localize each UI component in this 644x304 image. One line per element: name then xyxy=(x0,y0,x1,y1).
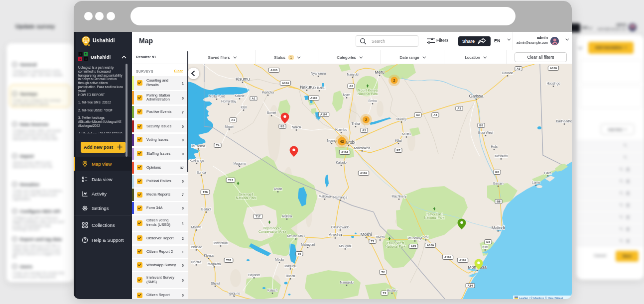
svg-text:Garissa: Garissa xyxy=(469,94,484,99)
svg-text:Bunda: Bunda xyxy=(197,171,206,174)
svg-text:Wundanyi: Wundanyi xyxy=(408,236,422,240)
svg-text:Mto wa Mbu: Mto wa Mbu xyxy=(287,234,304,238)
svg-text:A109: A109 xyxy=(360,172,368,175)
svg-text:A104: A104 xyxy=(310,97,318,100)
svg-text:Nyeri: Nyeri xyxy=(343,93,351,97)
svg-text:B7: B7 xyxy=(396,149,400,152)
svg-text:Kitui: Kitui xyxy=(395,138,402,143)
svg-text:Mwanhuzi: Mwanhuzi xyxy=(214,241,229,245)
svg-text:Kericho: Kericho xyxy=(262,90,274,95)
svg-text:Kilifi: Kilifi xyxy=(482,245,488,249)
svg-text:Taveta: Taveta xyxy=(376,235,385,239)
svg-text:Leaflet | © Mapbox © OpenStree: Leaflet | © Mapbox © OpenStreet xyxy=(519,297,563,299)
svg-text:Ol Kalou: Ol Kalou xyxy=(313,86,326,90)
svg-text:T17: T17 xyxy=(228,179,233,182)
svg-text:Moshi: Moshi xyxy=(361,232,372,237)
svg-text:A3: A3 xyxy=(362,129,366,132)
svg-text:Kajiado: Kajiado xyxy=(336,161,347,165)
svg-text:Kisesa: Kisesa xyxy=(204,254,214,257)
svg-text:Faza: Faza xyxy=(544,171,552,175)
svg-text:Garsen: Garsen xyxy=(493,182,504,185)
svg-text:A3: A3 xyxy=(516,67,520,70)
svg-text:Mairowa: Mairowa xyxy=(319,195,331,198)
svg-text:Dadaab: Dadaab xyxy=(502,71,514,75)
svg-text:Olkung'wado: Olkung'wado xyxy=(331,225,350,229)
svg-text:Meru: Meru xyxy=(375,70,385,75)
svg-text:Hoosingo: Hoosingo xyxy=(546,82,560,86)
svg-text:Thika: Thika xyxy=(351,121,360,126)
svg-text:A109: A109 xyxy=(459,259,467,262)
svg-text:Ngofila: Ngofila xyxy=(191,260,201,264)
svg-text:T2: T2 xyxy=(371,240,375,243)
svg-text:Mbuguni: Mbuguni xyxy=(339,244,352,248)
svg-text:Namanga: Namanga xyxy=(333,196,347,200)
svg-text:A109: A109 xyxy=(444,256,452,259)
svg-text:Mutitu: Mutitu xyxy=(402,132,411,136)
svg-text:Migori: Migori xyxy=(225,125,234,129)
svg-text:A104: A104 xyxy=(320,113,328,116)
svg-text:Mhunze: Mhunze xyxy=(191,245,202,249)
svg-text:A3: A3 xyxy=(457,107,461,110)
svg-text:43: 43 xyxy=(340,140,344,143)
svg-text:Magugu: Magugu xyxy=(284,264,296,268)
svg-text:B8: B8 xyxy=(495,171,499,174)
svg-text:National Park: National Park xyxy=(424,216,445,219)
svg-text:Malindi: Malindi xyxy=(492,225,505,230)
svg-text:A2: A2 xyxy=(349,85,353,88)
svg-text:Nanyuki: Nanyuki xyxy=(347,73,359,77)
svg-text:B8: B8 xyxy=(486,240,490,243)
svg-text:Masalani: Masalani xyxy=(495,154,508,158)
svg-text:Nakuru: Nakuru xyxy=(300,85,314,90)
svg-text:T2: T2 xyxy=(382,271,385,274)
svg-text:T37: T37 xyxy=(226,259,231,262)
svg-text:National Park: National Park xyxy=(236,196,257,200)
svg-text:Makuyuni: Makuyuni xyxy=(301,243,315,247)
svg-text:Babati: Babati xyxy=(286,274,295,278)
svg-text:Arash: Arash xyxy=(274,187,282,191)
svg-text:National Park: National Park xyxy=(358,92,378,96)
svg-text:Mwingi: Mwingi xyxy=(396,117,407,121)
svg-text:Hedaru: Hedaru xyxy=(386,289,397,292)
svg-text:Maswa: Maswa xyxy=(191,225,202,229)
svg-text:Homa Bay: Homa Bay xyxy=(221,100,237,103)
svg-text:Hola: Hola xyxy=(491,145,498,148)
svg-text:Machinery: Machinery xyxy=(391,195,406,199)
svg-text:Magalata: Magalata xyxy=(208,262,221,266)
svg-text:2: 2 xyxy=(365,118,367,121)
svg-text:Haydom: Haydom xyxy=(248,273,260,277)
svg-text:B8: B8 xyxy=(479,124,483,127)
svg-text:Embu: Embu xyxy=(369,99,377,102)
svg-text:Shelui: Shelui xyxy=(211,282,220,285)
svg-text:Nyahururu: Nyahururu xyxy=(311,72,326,76)
svg-text:A109: A109 xyxy=(427,244,434,247)
svg-text:A1: A1 xyxy=(231,118,235,121)
svg-text:Conservation Area: Conservation Area xyxy=(258,230,286,233)
svg-text:A109: A109 xyxy=(550,67,557,70)
svg-text:Kisii: Kisii xyxy=(241,105,247,109)
svg-text:A104: A104 xyxy=(282,82,289,85)
svg-text:Musoma: Musoma xyxy=(191,144,206,148)
svg-text:B8: B8 xyxy=(497,200,501,203)
svg-text:T17: T17 xyxy=(256,215,260,218)
svg-text:Mbulu: Mbulu xyxy=(275,258,284,261)
svg-text:2: 2 xyxy=(393,79,395,82)
svg-text:A3: A3 xyxy=(416,113,420,116)
svg-text:Kosele: Kosele xyxy=(235,94,245,98)
svg-text:Kiambu: Kiambu xyxy=(335,127,347,132)
svg-text:Mbita Point: Mbita Point xyxy=(209,95,225,98)
svg-text:National Park: National Park xyxy=(386,245,406,248)
svg-text:A106: A106 xyxy=(270,69,278,72)
svg-text:Kisumu: Kisumu xyxy=(236,77,250,82)
svg-text:Lamu: Lamu xyxy=(532,181,540,184)
svg-text:Mugumu: Mugumu xyxy=(233,162,246,166)
svg-text:Alailela: Alailela xyxy=(282,214,292,218)
svg-text:A1: A1 xyxy=(252,97,256,100)
svg-text:A23: A23 xyxy=(411,245,416,248)
svg-text:Namalulu: Namalulu xyxy=(340,281,354,284)
svg-text:Machakos: Machakos xyxy=(354,146,371,150)
svg-text:Bariadi: Bariadi xyxy=(201,207,211,211)
svg-text:Katesh: Katesh xyxy=(267,289,277,292)
svg-text:T36: T36 xyxy=(203,191,208,194)
svg-text:Iguguno: Iguguno xyxy=(228,292,240,296)
svg-text:Tsavo West: Tsavo West xyxy=(386,241,404,245)
